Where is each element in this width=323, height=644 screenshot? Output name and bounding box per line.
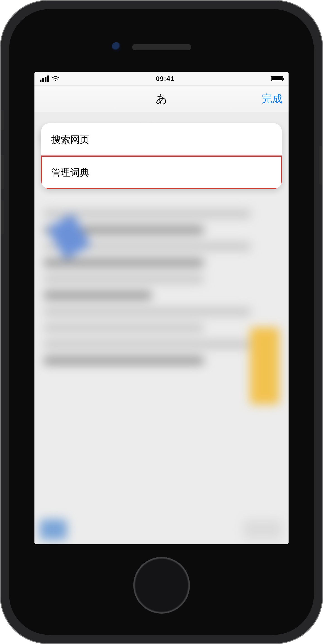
nav-bar: あ 完成 (34, 86, 288, 112)
cellular-signal-icon (40, 76, 49, 82)
status-bar: 09:41 (34, 72, 288, 86)
status-time: 09:41 (156, 75, 174, 82)
action-card: 搜索网页 管理词典 (41, 123, 282, 189)
home-button[interactable] (133, 557, 190, 614)
done-button[interactable]: 完成 (262, 92, 283, 106)
content-area: 搜索网页 管理词典 (34, 112, 288, 544)
manage-dictionaries-row[interactable]: 管理词典 (41, 156, 282, 189)
nav-title: あ (156, 91, 167, 106)
volume-up-button (0, 155, 4, 189)
phone-frame: 09:41 あ 完成 (0, 0, 323, 644)
mute-switch (0, 110, 4, 130)
wifi-icon (52, 76, 60, 82)
screen: 09:41 あ 完成 (34, 72, 288, 544)
power-button (319, 146, 323, 184)
phone-inner: 09:41 あ 完成 (9, 9, 314, 635)
battery-icon (271, 76, 283, 82)
volume-down-button (0, 200, 4, 234)
earpiece-speaker (132, 44, 191, 50)
search-web-row[interactable]: 搜索网页 (41, 123, 282, 156)
front-camera (112, 42, 121, 52)
